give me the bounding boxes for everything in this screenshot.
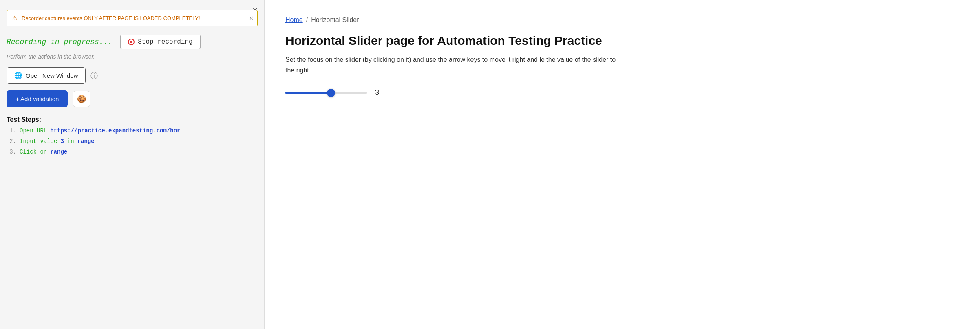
open-window-label: Open New Window [26, 72, 78, 79]
table-row: 2. Input value 3 in range [7, 138, 258, 145]
slider-fill [285, 92, 331, 94]
breadcrumb-separator: / [306, 16, 308, 24]
step-action: Click on [20, 149, 47, 155]
slider-track[interactable] [285, 92, 367, 94]
content-panel: Home / Horizontal Slider Horizontal Slid… [265, 0, 980, 329]
info-button[interactable]: ⓘ [90, 71, 98, 81]
breadcrumb: Home / Horizontal Slider [285, 16, 960, 24]
globe-icon: 🌐 [14, 72, 22, 79]
stop-icon-inner [130, 41, 132, 43]
page-title: Horizontal Slider page for Automation Te… [285, 33, 960, 48]
step-value: https://practice.expandtesting.com/hor [50, 127, 180, 134]
add-validation-row: + Add validation 🍪 [7, 90, 258, 107]
warning-banner: ⚠ Recorder captures events ONLY AFTER PA… [7, 10, 258, 26]
open-new-window-button[interactable]: 🌐 Open New Window [7, 67, 86, 84]
slider-thumb[interactable] [327, 89, 335, 97]
step-number: 2. [7, 138, 16, 145]
step-target: range [77, 138, 95, 145]
add-validation-button[interactable]: + Add validation [7, 90, 68, 107]
step-keyword: in [67, 138, 74, 145]
step-number: 1. [7, 127, 16, 134]
recorder-panel: × ⚠ Recorder captures events ONLY AFTER … [0, 0, 265, 329]
cookie-button[interactable]: 🍪 [73, 91, 90, 107]
perform-text: Perform the actions in the browser. [7, 53, 258, 60]
step-number: 3. [7, 149, 16, 155]
step-value: 3 [60, 138, 64, 145]
open-window-row: 🌐 Open New Window ⓘ [7, 67, 258, 84]
warning-close-button[interactable]: × [249, 15, 253, 22]
slider-value-label: 3 [375, 88, 379, 97]
warning-icon: ⚠ [12, 14, 18, 22]
test-steps-list: 1. Open URL https://practice.expandtesti… [7, 127, 258, 155]
test-steps-heading: Test Steps: [7, 116, 258, 123]
warning-text: Recorder captures events ONLY AFTER PAGE… [22, 15, 200, 21]
table-row: 1. Open URL https://practice.expandtesti… [7, 127, 258, 134]
step-action: Input value [20, 138, 57, 145]
recording-row: Recording in progress... Stop recording [7, 35, 258, 49]
recording-status-text: Recording in progress... [7, 38, 112, 46]
cookie-icon: 🍪 [77, 95, 86, 103]
page-description: Set the focus on the slider (by clicking… [285, 55, 620, 75]
stop-recording-button[interactable]: Stop recording [120, 35, 200, 49]
breadcrumb-home-link[interactable]: Home [285, 16, 303, 24]
add-validation-label: + Add validation [15, 95, 59, 102]
stop-icon [128, 39, 135, 45]
table-row: 3. Click on range [7, 149, 258, 155]
stop-recording-label: Stop recording [138, 38, 192, 46]
step-target: range [50, 149, 67, 155]
slider-container: 3 [285, 88, 960, 97]
step-action: Open URL [20, 127, 47, 134]
breadcrumb-current: Horizontal Slider [311, 16, 359, 24]
